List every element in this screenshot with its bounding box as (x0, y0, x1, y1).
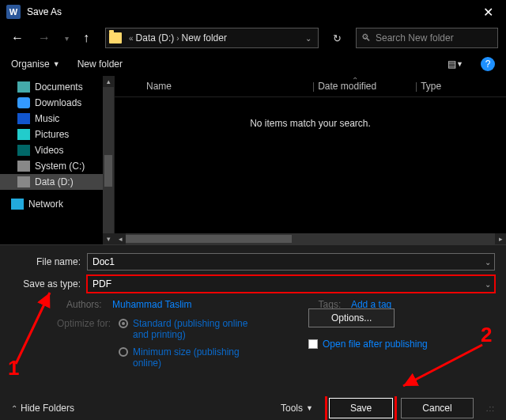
music-icon (17, 113, 30, 124)
folder-icon (109, 32, 122, 44)
save-form: File name: Doc1 ⌄ Save as type: PDF ⌄ Au… (0, 244, 506, 396)
tree-label: Documents (35, 81, 83, 93)
nav-bar: ← → ▾ ↑ « Data (D:) › New folder ⌄ ↻ 🔍︎ … (0, 24, 506, 52)
tree-label: Downloads (35, 97, 81, 108)
tree-label: Videos (35, 145, 63, 156)
tree-item-documents[interactable]: Documents (0, 79, 114, 95)
cancel-button[interactable]: Cancel (401, 398, 473, 418)
tree-label: Pictures (35, 129, 69, 140)
tree-item-data-d[interactable]: Data (D:) (0, 174, 114, 190)
forward-icon[interactable]: → (35, 29, 54, 47)
organise-button[interactable]: Organise ▼ (11, 59, 60, 70)
chevron-up-icon: ⌃ (11, 404, 17, 413)
radio-icon (119, 319, 128, 328)
filename-label: File name: (11, 256, 87, 267)
scroll-up-icon[interactable]: ▴ (103, 76, 114, 87)
refresh-icon[interactable]: ↻ (327, 32, 348, 44)
resize-grip-icon[interactable]: .:: (486, 404, 495, 413)
help-icon[interactable]: ? (481, 57, 495, 71)
close-icon[interactable]: ✕ (477, 5, 500, 20)
checkbox-icon (308, 339, 318, 349)
address-dropdown-icon[interactable]: ⌄ (302, 34, 315, 43)
tree-item-music[interactable]: Music (0, 111, 114, 127)
nav-tree: Documents Downloads Music Pictures Video… (0, 76, 115, 244)
breadcrumb-newfolder[interactable]: New folder (182, 32, 227, 44)
list-icon: ▤ (447, 59, 453, 70)
disk-icon (17, 176, 30, 187)
view-mode-button[interactable]: ▤ ▼ (447, 59, 463, 70)
radio-minimum[interactable]: Minimum size (publishing online) (119, 346, 251, 369)
tree-item-videos[interactable]: Videos (0, 142, 114, 158)
empty-message: No items match your search. (115, 118, 506, 129)
col-header-date[interactable]: |Date modified (312, 81, 415, 92)
scroll-right-icon[interactable]: ▸ (495, 233, 506, 244)
organise-label: Organise (11, 59, 50, 70)
chevron-down-icon: ▼ (456, 60, 463, 68)
downloads-icon (17, 97, 30, 108)
explorer-body: Documents Downloads Music Pictures Video… (0, 76, 506, 244)
tree-item-downloads[interactable]: Downloads (0, 95, 114, 111)
column-headers: Name |Date modified |Type (115, 76, 506, 97)
scroll-thumb[interactable] (104, 155, 112, 187)
scroll-left-icon[interactable]: ◂ (115, 233, 126, 244)
title-bar: W Save As ✕ (0, 0, 506, 24)
radio-standard-label: Standard (publishing online and printing… (133, 318, 251, 340)
hide-folders-button[interactable]: ⌃ Hide Folders (11, 403, 74, 414)
breadcrumb-data[interactable]: Data (D:) (136, 32, 175, 44)
save-button[interactable]: Save (329, 398, 393, 418)
hide-folders-label: Hide Folders (21, 403, 74, 414)
open-after-label: Open file after publishing (323, 339, 428, 350)
authors-label: Authors: (66, 299, 102, 310)
recent-chevron-icon[interactable]: ▾ (62, 32, 72, 44)
tree-item-system-c[interactable]: System (C:) (0, 158, 114, 174)
chevron-icon: « (129, 34, 134, 43)
file-list: ⌃ Name |Date modified |Type No items mat… (115, 76, 506, 244)
up-icon[interactable]: ↑ (80, 29, 93, 47)
tree-label: Data (D:) (35, 176, 74, 187)
tree-item-network[interactable]: Network (0, 196, 114, 212)
address-bar[interactable]: « Data (D:) › New folder ⌄ (105, 28, 319, 48)
pictures-icon (17, 129, 30, 140)
videos-icon (17, 145, 30, 156)
sort-indicator-icon: ⌃ (352, 76, 358, 85)
network-icon (11, 199, 24, 210)
authors-value[interactable]: Muhammad Taslim (112, 299, 191, 310)
col-header-type[interactable]: |Type (415, 81, 463, 92)
scroll-down-icon[interactable]: ▾ (103, 233, 114, 244)
annotation-number-1: 1 (8, 356, 19, 380)
col-header-name[interactable]: Name (123, 81, 312, 92)
search-icon: 🔍︎ (361, 32, 371, 44)
new-folder-button[interactable]: New folder (77, 59, 123, 70)
tree-label: System (C:) (35, 161, 85, 172)
dialog-footer: ⌃ Hide Folders Tools ▼ Save Cancel .:: (0, 396, 506, 420)
chevron-down-icon: ▼ (53, 60, 60, 68)
options-button[interactable]: Options... (308, 308, 395, 327)
chevron-down-icon[interactable]: ⌄ (485, 280, 491, 289)
saveastype-label: Save as type: (11, 278, 87, 289)
search-input[interactable]: 🔍︎ Search New folder (356, 28, 498, 48)
chevron-down-icon: ▼ (306, 404, 313, 412)
open-after-checkbox[interactable]: Open file after publishing (308, 339, 428, 350)
chevron-down-icon[interactable]: ⌄ (485, 258, 491, 267)
radio-icon (119, 347, 128, 357)
radio-minimum-label: Minimum size (publishing online) (133, 346, 251, 369)
tools-label: Tools (281, 403, 303, 414)
annotation-number-2: 2 (481, 323, 492, 347)
documents-icon (17, 81, 30, 93)
tree-label: Network (28, 199, 63, 210)
saveastype-field[interactable]: PDF ⌄ (87, 275, 495, 293)
tree-scrollbar[interactable]: ▴ ▾ (103, 76, 114, 244)
tree-item-pictures[interactable]: Pictures (0, 127, 114, 142)
horizontal-scrollbar[interactable]: ◂ ▸ (115, 233, 506, 244)
tree-label: Music (35, 113, 59, 124)
scroll-thumb[interactable] (126, 235, 292, 243)
radio-standard[interactable]: Standard (publishing online and printing… (119, 318, 251, 340)
saveastype-value: PDF (93, 278, 111, 289)
filename-field[interactable]: Doc1 ⌄ (87, 253, 495, 271)
tools-button[interactable]: Tools ▼ (281, 403, 313, 414)
chevron-right-icon: › (176, 34, 179, 43)
window-title: Save As (27, 6, 477, 17)
back-icon[interactable]: ← (8, 29, 27, 47)
disk-icon (17, 161, 30, 172)
filename-value: Doc1 (93, 256, 115, 267)
